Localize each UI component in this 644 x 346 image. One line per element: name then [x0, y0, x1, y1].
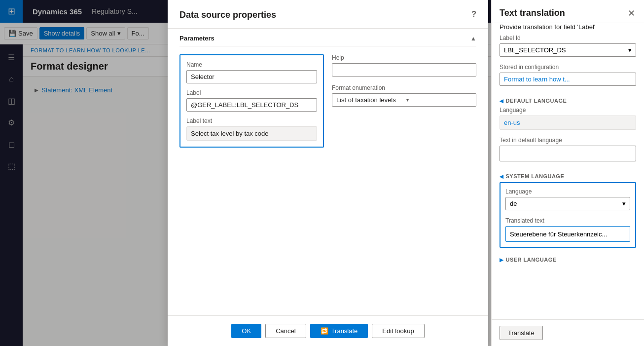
stored-config-group: Stored in configuration Format to learn … [500, 64, 636, 86]
language-group: Language en-us [500, 107, 636, 130]
ds-panel-header: Data source properties ? [168, 0, 488, 29]
user-lang-header: ▶ USER LANGUAGE [500, 254, 636, 266]
name-label: Name [186, 61, 317, 68]
name-input[interactable] [186, 70, 317, 83]
text-default-label: Text in default language [500, 137, 636, 144]
label-input[interactable] [186, 98, 317, 112]
params-grid: Name Label Label text Select tax level b… [179, 54, 476, 148]
label-label: Label [186, 89, 317, 96]
tt-subtitle: Provide translation for field 'Label' [492, 23, 644, 35]
text-default-group: Text in default language [500, 137, 636, 161]
stored-label: Stored in configuration [500, 64, 636, 71]
help-icon[interactable]: ? [471, 10, 476, 19]
sys-language-value: de [510, 200, 517, 207]
label-text-label: Label text [186, 117, 317, 124]
format-enum-label: Format enumeration [332, 84, 476, 91]
label-id-label: Label Id [500, 35, 636, 41]
collapse-arrow-icon: ◀ [500, 98, 504, 104]
label-text-field-group: Label text Select tax level by tax code [186, 117, 317, 141]
stored-value[interactable]: Format to learn how t... [500, 73, 636, 86]
ok-button[interactable]: OK [231, 324, 261, 338]
label-id-input[interactable]: LBL_SELECTOR_DS ▾ [500, 43, 636, 57]
chevron-down-icon: ▾ [628, 46, 632, 54]
sys-language-dropdown[interactable]: de ▾ [505, 197, 630, 210]
ds-properties-panel: Data source properties ? Parameters ▲ Na… [168, 0, 488, 346]
format-enum-field-group: Format enumeration List of taxation leve… [332, 84, 476, 107]
tt-header: Text translation ✕ [492, 0, 644, 23]
edit-lookup-button[interactable]: Edit lookup [372, 324, 424, 338]
close-icon[interactable]: ✕ [627, 8, 636, 19]
translated-text-group: Translated text [505, 217, 630, 242]
translated-text-input[interactable] [505, 226, 630, 242]
text-default-input[interactable] [500, 146, 636, 161]
label-field-group: Label [186, 89, 317, 112]
params-title: Parameters [179, 35, 215, 42]
system-lang-header: ◀ SYSTEM LANGUAGE [500, 168, 636, 182]
chevron-down-icon: ▾ [406, 97, 472, 103]
ds-panel-body: Parameters ▲ Name Label Label text [168, 29, 488, 315]
default-lang-title: DEFAULT LANGUAGE [506, 98, 567, 104]
system-lang-title: SYSTEM LANGUAGE [506, 173, 565, 179]
sys-language-group: Language de ▾ [505, 188, 630, 210]
left-param-group: Name Label Label text Select tax level b… [179, 54, 324, 148]
translate-button[interactable]: 🔁 Translate [310, 324, 368, 338]
translated-text-label: Translated text [505, 217, 630, 224]
tt-body: Label Id LBL_SELECTOR_DS ▾ Stored in con… [492, 35, 644, 319]
format-enum-value: List of taxation levels [336, 96, 402, 104]
sys-language-label: Language [505, 188, 630, 195]
tt-title: Text translation [500, 8, 565, 18]
user-lang-arrow-icon: ▶ [500, 257, 504, 263]
footer-translate-button[interactable]: Translate [500, 326, 543, 340]
text-translation-panel: Text translation ✕ Provide translation f… [491, 0, 644, 346]
user-lang-title: USER LANGUAGE [506, 257, 557, 263]
label-id-value: LBL_SELECTOR_DS [504, 46, 566, 54]
translate-label: Translate [331, 327, 358, 335]
label-id-group: Label Id LBL_SELECTOR_DS ▾ [500, 35, 636, 57]
language-label: Language [500, 107, 636, 114]
ds-panel-title: Data source properties [179, 10, 276, 20]
cancel-button[interactable]: Cancel [265, 324, 306, 338]
modal-overlay: Data source properties ? Parameters ▲ Na… [0, 0, 644, 346]
help-field-group: Help [332, 54, 476, 77]
translate-icon: 🔁 [321, 327, 328, 335]
format-enum-dropdown[interactable]: List of taxation levels ▾ [332, 93, 476, 107]
params-collapse-icon[interactable]: ▲ [470, 35, 476, 42]
chevron-down-icon: ▾ [622, 200, 626, 207]
right-param-group: Help Format enumeration List of taxation… [332, 54, 476, 148]
sys-collapse-arrow-icon: ◀ [500, 174, 504, 179]
language-value: en-us [500, 115, 636, 130]
system-lang-box: Language de ▾ Translated text [500, 182, 636, 248]
help-label: Help [332, 54, 476, 61]
ds-panel-footer: OK Cancel 🔁 Translate Edit lookup [168, 315, 488, 346]
label-text-value: Select tax level by tax code [186, 126, 317, 141]
default-lang-header: ◀ DEFAULT LANGUAGE [500, 93, 636, 107]
help-input[interactable] [332, 63, 476, 77]
params-section-header: Parameters ▲ [179, 29, 476, 46]
name-field-group: Name [186, 61, 317, 83]
tt-footer: Translate [492, 319, 644, 346]
